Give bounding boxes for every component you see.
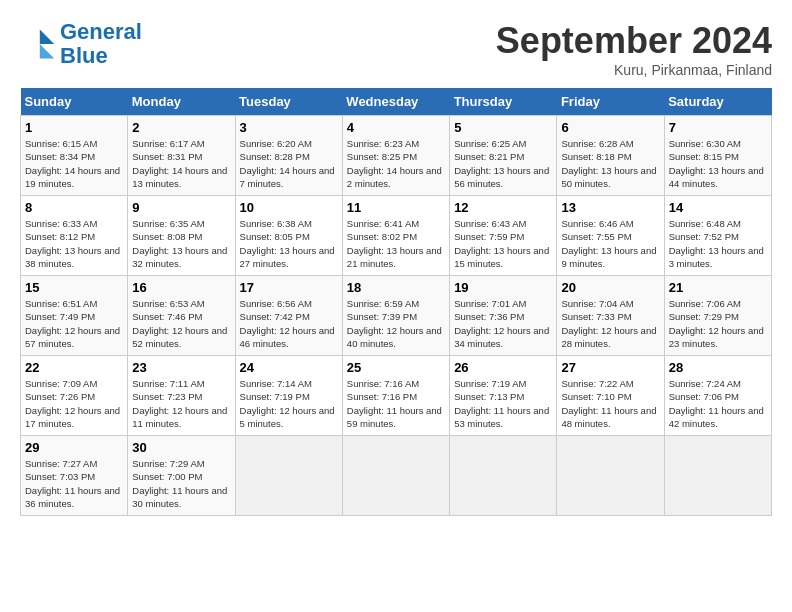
- weekday-header-row: SundayMondayTuesdayWednesdayThursdayFrid…: [21, 88, 772, 116]
- day-number: 15: [25, 280, 123, 295]
- calendar-cell: [342, 436, 449, 516]
- calendar-cell: 21 Sunrise: 7:06 AM Sunset: 7:29 PM Dayl…: [664, 276, 771, 356]
- day-number: 8: [25, 200, 123, 215]
- weekday-header-tuesday: Tuesday: [235, 88, 342, 116]
- day-number: 14: [669, 200, 767, 215]
- day-info: Sunrise: 6:53 AM Sunset: 7:46 PM Dayligh…: [132, 297, 230, 350]
- calendar-cell: 12 Sunrise: 6:43 AM Sunset: 7:59 PM Dayl…: [450, 196, 557, 276]
- location: Kuru, Pirkanmaa, Finland: [496, 62, 772, 78]
- day-info: Sunrise: 7:11 AM Sunset: 7:23 PM Dayligh…: [132, 377, 230, 430]
- day-number: 1: [25, 120, 123, 135]
- calendar-cell: [450, 436, 557, 516]
- calendar-cell: 17 Sunrise: 6:56 AM Sunset: 7:42 PM Dayl…: [235, 276, 342, 356]
- day-number: 4: [347, 120, 445, 135]
- calendar-cell: 11 Sunrise: 6:41 AM Sunset: 8:02 PM Dayl…: [342, 196, 449, 276]
- day-number: 12: [454, 200, 552, 215]
- logo-icon: [20, 26, 56, 62]
- logo-general: General: [60, 19, 142, 44]
- weekday-header-monday: Monday: [128, 88, 235, 116]
- day-info: Sunrise: 6:33 AM Sunset: 8:12 PM Dayligh…: [25, 217, 123, 270]
- calendar-week-1: 1 Sunrise: 6:15 AM Sunset: 8:34 PM Dayli…: [21, 116, 772, 196]
- day-info: Sunrise: 6:35 AM Sunset: 8:08 PM Dayligh…: [132, 217, 230, 270]
- calendar-cell: 18 Sunrise: 6:59 AM Sunset: 7:39 PM Dayl…: [342, 276, 449, 356]
- day-info: Sunrise: 6:25 AM Sunset: 8:21 PM Dayligh…: [454, 137, 552, 190]
- calendar-cell: 16 Sunrise: 6:53 AM Sunset: 7:46 PM Dayl…: [128, 276, 235, 356]
- calendar-cell: 9 Sunrise: 6:35 AM Sunset: 8:08 PM Dayli…: [128, 196, 235, 276]
- weekday-header-friday: Friday: [557, 88, 664, 116]
- calendar-cell: 28 Sunrise: 7:24 AM Sunset: 7:06 PM Dayl…: [664, 356, 771, 436]
- weekday-header-wednesday: Wednesday: [342, 88, 449, 116]
- calendar-cell: 22 Sunrise: 7:09 AM Sunset: 7:26 PM Dayl…: [21, 356, 128, 436]
- day-info: Sunrise: 7:22 AM Sunset: 7:10 PM Dayligh…: [561, 377, 659, 430]
- calendar-cell: 3 Sunrise: 6:20 AM Sunset: 8:28 PM Dayli…: [235, 116, 342, 196]
- day-number: 25: [347, 360, 445, 375]
- day-number: 10: [240, 200, 338, 215]
- day-number: 26: [454, 360, 552, 375]
- logo: General Blue: [20, 20, 142, 68]
- calendar-cell: [664, 436, 771, 516]
- calendar-week-4: 22 Sunrise: 7:09 AM Sunset: 7:26 PM Dayl…: [21, 356, 772, 436]
- calendar-week-2: 8 Sunrise: 6:33 AM Sunset: 8:12 PM Dayli…: [21, 196, 772, 276]
- day-number: 2: [132, 120, 230, 135]
- day-info: Sunrise: 7:16 AM Sunset: 7:16 PM Dayligh…: [347, 377, 445, 430]
- day-info: Sunrise: 7:19 AM Sunset: 7:13 PM Dayligh…: [454, 377, 552, 430]
- day-number: 17: [240, 280, 338, 295]
- calendar-cell: 26 Sunrise: 7:19 AM Sunset: 7:13 PM Dayl…: [450, 356, 557, 436]
- calendar-table: SundayMondayTuesdayWednesdayThursdayFrid…: [20, 88, 772, 516]
- calendar-cell: 1 Sunrise: 6:15 AM Sunset: 8:34 PM Dayli…: [21, 116, 128, 196]
- calendar-cell: 7 Sunrise: 6:30 AM Sunset: 8:15 PM Dayli…: [664, 116, 771, 196]
- calendar-cell: 25 Sunrise: 7:16 AM Sunset: 7:16 PM Dayl…: [342, 356, 449, 436]
- day-number: 16: [132, 280, 230, 295]
- day-info: Sunrise: 7:09 AM Sunset: 7:26 PM Dayligh…: [25, 377, 123, 430]
- day-info: Sunrise: 6:56 AM Sunset: 7:42 PM Dayligh…: [240, 297, 338, 350]
- day-number: 9: [132, 200, 230, 215]
- logo-blue: Blue: [60, 44, 142, 68]
- weekday-header-saturday: Saturday: [664, 88, 771, 116]
- day-number: 7: [669, 120, 767, 135]
- month-title: September 2024: [496, 20, 772, 62]
- calendar-cell: 27 Sunrise: 7:22 AM Sunset: 7:10 PM Dayl…: [557, 356, 664, 436]
- logo-text: General Blue: [60, 20, 142, 68]
- day-info: Sunrise: 6:48 AM Sunset: 7:52 PM Dayligh…: [669, 217, 767, 270]
- calendar-cell: 5 Sunrise: 6:25 AM Sunset: 8:21 PM Dayli…: [450, 116, 557, 196]
- day-info: Sunrise: 6:38 AM Sunset: 8:05 PM Dayligh…: [240, 217, 338, 270]
- calendar-cell: 19 Sunrise: 7:01 AM Sunset: 7:36 PM Dayl…: [450, 276, 557, 356]
- day-number: 30: [132, 440, 230, 455]
- day-info: Sunrise: 6:41 AM Sunset: 8:02 PM Dayligh…: [347, 217, 445, 270]
- day-number: 22: [25, 360, 123, 375]
- day-number: 24: [240, 360, 338, 375]
- calendar-cell: 14 Sunrise: 6:48 AM Sunset: 7:52 PM Dayl…: [664, 196, 771, 276]
- day-info: Sunrise: 6:51 AM Sunset: 7:49 PM Dayligh…: [25, 297, 123, 350]
- calendar-cell: [235, 436, 342, 516]
- calendar-cell: 2 Sunrise: 6:17 AM Sunset: 8:31 PM Dayli…: [128, 116, 235, 196]
- calendar-cell: 30 Sunrise: 7:29 AM Sunset: 7:00 PM Dayl…: [128, 436, 235, 516]
- calendar-cell: 6 Sunrise: 6:28 AM Sunset: 8:18 PM Dayli…: [557, 116, 664, 196]
- calendar-cell: 24 Sunrise: 7:14 AM Sunset: 7:19 PM Dayl…: [235, 356, 342, 436]
- day-info: Sunrise: 7:04 AM Sunset: 7:33 PM Dayligh…: [561, 297, 659, 350]
- day-number: 13: [561, 200, 659, 215]
- calendar-week-5: 29 Sunrise: 7:27 AM Sunset: 7:03 PM Dayl…: [21, 436, 772, 516]
- day-info: Sunrise: 6:15 AM Sunset: 8:34 PM Dayligh…: [25, 137, 123, 190]
- weekday-header-thursday: Thursday: [450, 88, 557, 116]
- day-info: Sunrise: 6:43 AM Sunset: 7:59 PM Dayligh…: [454, 217, 552, 270]
- day-info: Sunrise: 6:46 AM Sunset: 7:55 PM Dayligh…: [561, 217, 659, 270]
- day-number: 3: [240, 120, 338, 135]
- day-info: Sunrise: 7:29 AM Sunset: 7:00 PM Dayligh…: [132, 457, 230, 510]
- calendar-cell: 23 Sunrise: 7:11 AM Sunset: 7:23 PM Dayl…: [128, 356, 235, 436]
- calendar-cell: 8 Sunrise: 6:33 AM Sunset: 8:12 PM Dayli…: [21, 196, 128, 276]
- day-info: Sunrise: 6:20 AM Sunset: 8:28 PM Dayligh…: [240, 137, 338, 190]
- header: General Blue September 2024 Kuru, Pirkan…: [20, 20, 772, 78]
- calendar-cell: 20 Sunrise: 7:04 AM Sunset: 7:33 PM Dayl…: [557, 276, 664, 356]
- svg-marker-1: [40, 44, 54, 58]
- day-number: 27: [561, 360, 659, 375]
- calendar-week-3: 15 Sunrise: 6:51 AM Sunset: 7:49 PM Dayl…: [21, 276, 772, 356]
- calendar-cell: 29 Sunrise: 7:27 AM Sunset: 7:03 PM Dayl…: [21, 436, 128, 516]
- title-area: September 2024 Kuru, Pirkanmaa, Finland: [496, 20, 772, 78]
- day-number: 29: [25, 440, 123, 455]
- day-number: 28: [669, 360, 767, 375]
- calendar-cell: 10 Sunrise: 6:38 AM Sunset: 8:05 PM Dayl…: [235, 196, 342, 276]
- day-info: Sunrise: 6:17 AM Sunset: 8:31 PM Dayligh…: [132, 137, 230, 190]
- day-info: Sunrise: 7:01 AM Sunset: 7:36 PM Dayligh…: [454, 297, 552, 350]
- day-info: Sunrise: 6:28 AM Sunset: 8:18 PM Dayligh…: [561, 137, 659, 190]
- day-number: 20: [561, 280, 659, 295]
